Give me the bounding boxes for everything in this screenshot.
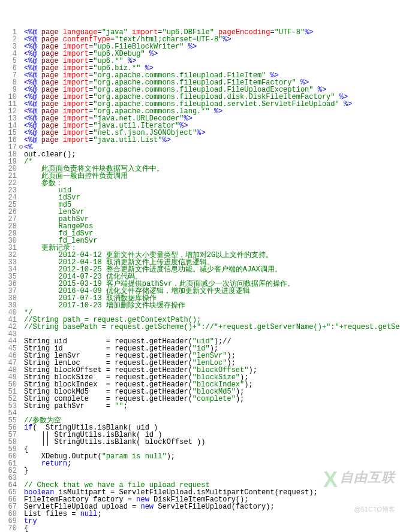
- code-editor: 1234567891011121314151617181920212223242…: [0, 29, 400, 532]
- line-gutter: 1234567891011121314151617181920212223242…: [0, 29, 18, 532]
- code-line: 参数：: [24, 180, 400, 187]
- code-line: out.clear();: [24, 151, 400, 158]
- code-line: 此页面一般由控件负责调用: [24, 173, 400, 180]
- code-line: <%: [24, 144, 400, 151]
- code-line: List files = null;: [24, 510, 400, 518]
- code-line: idSvr: [24, 194, 400, 201]
- fold-gutter: ⊖: [18, 29, 24, 532]
- code-line: }: [24, 467, 400, 474]
- code-line: //String basePath = request.getScheme()+…: [24, 324, 400, 331]
- code-line: fd_lenSvr: [24, 237, 400, 244]
- code-line: [24, 410, 400, 417]
- code-line: String pathSvr = "";: [24, 403, 400, 410]
- code-line: try: [24, 518, 400, 525]
- code-area: <%@ page language="java" import="up6.DBF…: [24, 29, 400, 532]
- code-line: XDebug.Output("param is null");: [24, 453, 400, 460]
- code-line: <%@ page import="java.util.List"%>: [24, 137, 400, 144]
- code-line: return;: [24, 460, 400, 467]
- code-line: uid: [24, 187, 400, 194]
- code-line: 2017-10-23 增加删除文件块缓存操作: [24, 302, 400, 309]
- code-line: || StringUtils.isBlank( blockOffset )): [24, 439, 400, 446]
